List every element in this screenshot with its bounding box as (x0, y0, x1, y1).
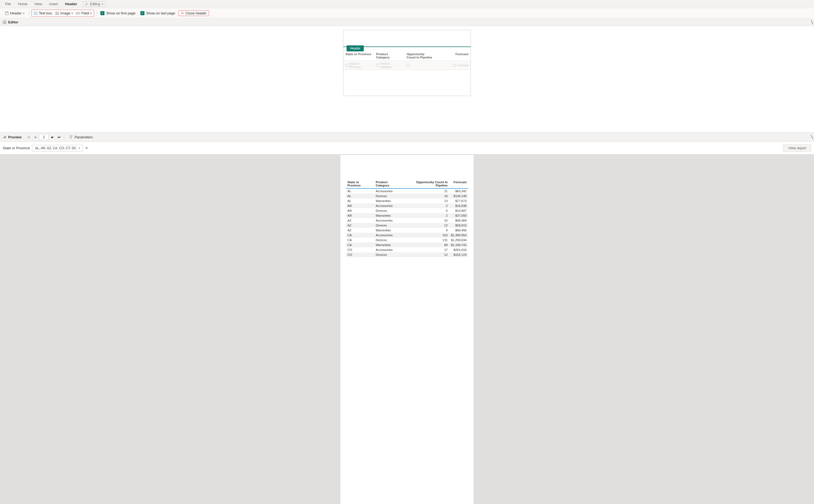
header-dropdown-button[interactable]: Header ▾ (3, 10, 27, 16)
preview-label: Preview (8, 135, 21, 139)
table-row: ALDevices16$126,140 (346, 194, 468, 198)
preview-panel-header: Preview ⏮ ◀ ▶ ⏭ Parameters ╲ (0, 132, 814, 142)
filter-label: State or Province (3, 146, 30, 150)
cell-state: CA (346, 238, 374, 242)
report-table: State or Province Product Category Oppor… (346, 179, 468, 257)
cell-category: Accessories (374, 233, 403, 238)
field-label: Field (81, 11, 89, 15)
close-icon: ✕ (181, 11, 184, 15)
cell-state: AZ (346, 223, 374, 228)
col-header-count[interactable]: Opportunity Count In Pipeline (405, 51, 435, 61)
image-label: Image (60, 11, 70, 15)
editing-mode-label: Editing (90, 2, 100, 6)
report-design-surface[interactable]: Header State or Province Product Categor… (343, 30, 471, 96)
first-page-button[interactable]: ⏮ (26, 135, 31, 139)
funnel-icon (69, 135, 73, 139)
tab-header[interactable]: Header (62, 1, 80, 7)
chevron-down-icon: ▾ (90, 12, 92, 15)
tab-view[interactable]: View (32, 1, 45, 7)
tab-insert[interactable]: Insert (46, 1, 61, 7)
col-header-category[interactable]: Product Category (374, 51, 404, 61)
prev-page-button[interactable]: ◀ (32, 135, 38, 139)
editor-canvas[interactable]: Header State or Province Product Categor… (0, 26, 814, 132)
report-body-area[interactable] (343, 70, 471, 96)
detail-cell-forecast[interactable]: Forecast (435, 61, 471, 70)
cell-category: Warranties (374, 242, 403, 247)
svg-rect-11 (4, 137, 4, 138)
cell-category: Devices (374, 194, 403, 198)
cell-state: AL (346, 194, 374, 198)
cell-state: AZ (346, 218, 374, 223)
table-row: ARDevices5$14,907 (346, 208, 468, 213)
field-placeholder-icon (346, 64, 348, 67)
cell-category: Accessories (374, 218, 403, 223)
th-count: Opportunity Count In Pipeline (403, 179, 449, 188)
col-header-forecast[interactable]: Forecast (435, 51, 471, 61)
cell-forecast: $58,364 (449, 218, 468, 223)
cell-category: Warranties (374, 213, 403, 218)
svg-rect-13 (5, 136, 6, 138)
detail-cell-state[interactable]: State or Province (343, 61, 374, 70)
cell-state: AR (346, 203, 374, 208)
cell-state: AR (346, 208, 374, 213)
show-last-page-checkbox[interactable]: ✓ Show on last page (139, 11, 177, 15)
next-page-button[interactable]: ▶ (50, 135, 55, 139)
show-last-label: Show on last page (146, 11, 175, 15)
cell-state: CO (346, 252, 374, 257)
parameters-button[interactable]: Parameters (69, 135, 93, 139)
state-filter-dropdown[interactable]: AL, AR, AZ, CA, CO, CT, DC ▾ (32, 145, 83, 151)
cell-forecast: $126,140 (449, 194, 468, 198)
cell-forecast: $90,456 (449, 228, 468, 233)
table-row: ALAccessories21$63,342 (346, 188, 468, 194)
show-first-page-checkbox[interactable]: ✓ Show on first page (99, 11, 137, 15)
field-icon (76, 11, 80, 15)
th-category: Product Category (374, 179, 403, 188)
cell-count: 5 (403, 208, 449, 213)
cell-forecast: $1,380,954 (449, 233, 468, 238)
svg-rect-1 (5, 12, 8, 13)
cell-count: 13 (403, 198, 449, 203)
col-header-state[interactable]: State or Province (343, 51, 374, 61)
detail-cell-count[interactable]: ... (405, 61, 435, 70)
field-placeholder-icon (376, 64, 379, 67)
field-dropdown-button[interactable]: Field ▾ (74, 10, 93, 16)
table-row: AZDevices12$58,815 (346, 223, 468, 228)
svg-rect-6 (76, 13, 80, 14)
cell-category: Devices (374, 238, 403, 242)
highlighted-insert-group: A Text box Image ▾ Field ▾ (31, 10, 94, 17)
header-section-tag[interactable]: Header (347, 45, 364, 51)
image-dropdown-button[interactable]: Image ▾ (54, 10, 74, 16)
svg-text:A: A (35, 12, 36, 14)
cell-forecast: $1,109,741 (449, 242, 468, 247)
cell-forecast: $63,342 (449, 188, 468, 194)
chevron-down-icon: ▾ (23, 12, 24, 15)
report-header-area[interactable] (343, 30, 471, 47)
tab-file[interactable]: File (2, 1, 14, 7)
checkbox-checked-icon: ✓ (140, 11, 144, 15)
textbox-button[interactable]: A Text box (32, 10, 54, 16)
cell-category: Warranties (374, 198, 403, 203)
tab-home[interactable]: Home (15, 1, 30, 7)
svg-point-5 (56, 13, 57, 13)
last-page-button[interactable]: ⏭ (56, 135, 62, 139)
editing-mode-dropdown[interactable]: Editing ▾ (83, 1, 105, 7)
clear-filter-button[interactable]: ✕ (85, 146, 88, 150)
editor-panel-header: Editor ╲ (0, 18, 814, 26)
view-report-button[interactable]: View report (783, 144, 811, 152)
cell-count: 2 (403, 203, 449, 208)
cell-count: 17 (403, 247, 449, 252)
page-number-input[interactable] (39, 134, 49, 140)
table-row: ALWarranties13$77,673 (346, 198, 468, 203)
checkbox-checked-icon: ✓ (100, 11, 104, 15)
field-placeholder-icon (407, 64, 409, 67)
panel-collapse-icon[interactable]: ╲ (811, 135, 813, 139)
cell-forecast: $201,016 (449, 247, 468, 252)
editor-label: Editor (8, 20, 18, 24)
detail-cell-category[interactable]: Product Category (374, 61, 404, 70)
cell-state: AR (346, 213, 374, 218)
panel-collapse-icon[interactable]: ╲ (811, 20, 813, 24)
svg-rect-12 (4, 136, 5, 138)
preview-canvas[interactable]: State or Province Product Category Oppor… (0, 154, 814, 504)
chevron-down-icon: ▾ (71, 12, 73, 15)
close-header-button[interactable]: ✕ Close header (178, 10, 209, 16)
